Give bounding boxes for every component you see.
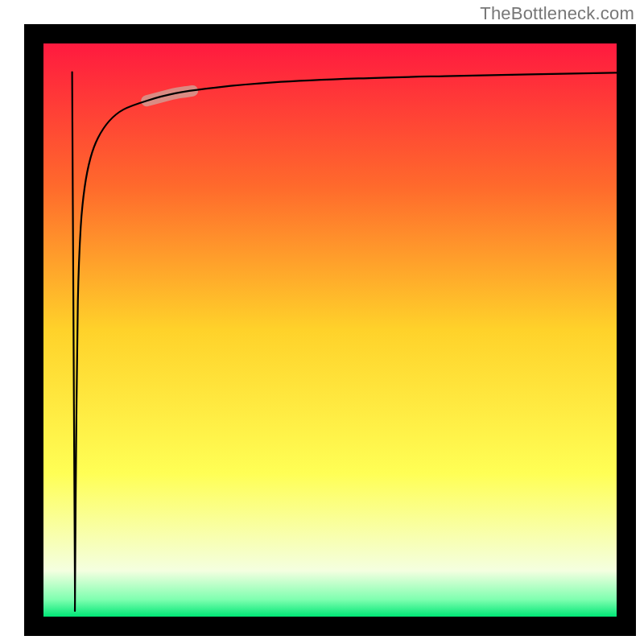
chart-svg — [0, 0, 644, 644]
plot-background — [43, 43, 617, 617]
watermark-text: TheBottleneck.com — [480, 3, 634, 24]
chart-stage: TheBottleneck.com — [0, 0, 644, 644]
